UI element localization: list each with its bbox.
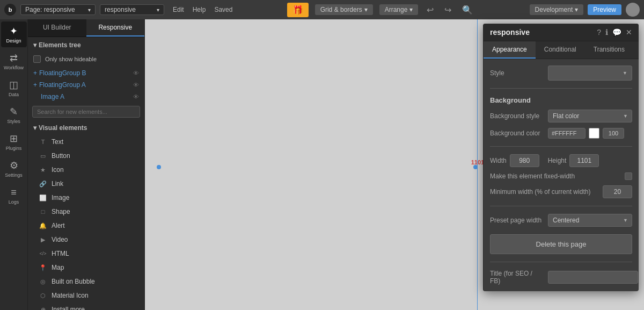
undo-button[interactable]: ↩ (425, 4, 436, 16)
tab-appearance[interactable]: Appearance (484, 41, 536, 59)
sidebar-item-plugins[interactable]: ⊞ Plugins (1, 129, 27, 155)
divider-3 (490, 206, 632, 206)
min-width-input[interactable] (603, 185, 632, 198)
panel-info-icon[interactable]: ℹ (605, 28, 608, 37)
elements-panel: UI Builder Responsive ▾ Elements tree On… (28, 19, 145, 310)
avatar[interactable] (626, 3, 640, 17)
bg-style-label: Background style (490, 112, 544, 120)
element-material-icon[interactable]: ⬡ Material Icon (28, 289, 144, 302)
grid-borders-button[interactable]: Grid & borders ▾ (315, 4, 373, 15)
logs-icon: ≡ (11, 187, 17, 198)
width-group: Width (490, 154, 539, 167)
styles-icon: ✎ (10, 106, 18, 118)
plugins-icon: ⊞ (10, 133, 18, 145)
page-selector[interactable]: Page: responsive ▾ (20, 4, 96, 15)
sidebar-item-design[interactable]: ✦ Design (1, 21, 27, 47)
search-button[interactable]: 🔍 (460, 4, 475, 16)
bg-style-select[interactable]: Flat color (548, 110, 632, 122)
tab-transitions[interactable]: Transitions (585, 41, 633, 59)
sidebar-item-logs[interactable]: ≡ Logs (1, 183, 27, 208)
bubble-icon: ◎ (39, 277, 47, 286)
panel-help-icon[interactable]: ? (597, 28, 601, 37)
panel-close-icon[interactable]: ✕ (626, 28, 632, 37)
min-width-label: Minimum width (% of current width) (490, 188, 598, 196)
tree-item-floating-a[interactable]: + FloatingGroup A 👁 (28, 79, 144, 91)
text-icon: T (39, 138, 47, 146)
sidebar-item-data[interactable]: ◫ Data (1, 75, 27, 101)
preview-button[interactable]: Preview (588, 4, 621, 15)
bg-color-hex-input[interactable] (548, 128, 586, 139)
panel-header-icons: ? ℹ 💬 ✕ (597, 28, 632, 37)
bg-style-select-wrap[interactable]: Flat color (548, 110, 632, 122)
page-name-label: responsive (105, 6, 136, 13)
panel-title: responsive (490, 28, 597, 37)
element-map[interactable]: 📍 Map (28, 261, 144, 275)
map-icon: 📍 (39, 263, 47, 272)
saved-status: Saved (214, 6, 232, 13)
fixed-width-label: Make this element fixed-width (490, 172, 620, 180)
width-input[interactable] (510, 154, 539, 167)
element-button[interactable]: ▭ Button (28, 149, 144, 163)
element-built-on-bubble[interactable]: ◎ Built on Bubble (28, 275, 144, 289)
expand-icon: ▾ (33, 41, 36, 49)
bg-opacity-input[interactable] (603, 128, 624, 139)
hideable-checkbox[interactable] (33, 55, 41, 63)
bg-color-label: Background color (490, 129, 544, 137)
redo-button[interactable]: ↪ (442, 4, 453, 16)
style-select-wrap[interactable] (548, 66, 632, 81)
background-color-row: Background color (490, 128, 632, 139)
width-label: Width (490, 157, 507, 164)
sidebar-item-styles[interactable]: ✎ Styles (1, 102, 27, 128)
element-link[interactable]: 🔗 Link (28, 177, 144, 191)
bg-color-controls (548, 128, 624, 139)
element-image[interactable]: ⬜ Image (28, 191, 144, 205)
element-shape[interactable]: □ Shape (28, 205, 144, 219)
page-name-selector[interactable]: responsive ▾ (100, 4, 164, 15)
element-video[interactable]: ▶ Video (28, 233, 144, 247)
eye-icon-b: 👁 (133, 70, 139, 76)
search-input[interactable] (32, 106, 140, 118)
page-dropdown-icon: ▾ (88, 7, 91, 13)
canvas-handle-left[interactable] (157, 165, 161, 169)
fixed-width-row: Make this element fixed-width (490, 172, 632, 180)
element-text[interactable]: T Text (28, 135, 144, 149)
seo-title-input[interactable] (548, 271, 638, 284)
tab-responsive[interactable]: Responsive (86, 19, 145, 37)
element-install-more[interactable]: ⊕ Install more... (28, 302, 144, 310)
eye-icon-a: 👁 (133, 82, 139, 88)
tree-item-floating-b[interactable]: + FloatingGroup B 👁 (28, 67, 144, 79)
style-row: Style (490, 66, 632, 81)
hideable-row: Only show hideable (28, 53, 144, 67)
tree-item-image-a[interactable]: Image A 👁 (28, 91, 144, 103)
visual-elements-header[interactable]: ▾ Visual elements (28, 121, 144, 135)
style-label: Style (490, 69, 544, 77)
topbar-actions: Edit Help Saved (173, 6, 232, 13)
arrange-button[interactable]: Arrange ▾ (379, 4, 419, 15)
element-html[interactable]: </> HTML (28, 247, 144, 261)
sidebar-item-settings[interactable]: ⚙ Settings (1, 156, 27, 182)
right-panel: responsive ? ℹ 💬 ✕ Appearance Conditiona… (483, 24, 639, 291)
help-menu[interactable]: Help (193, 6, 206, 13)
panel-chat-icon[interactable]: 💬 (612, 28, 621, 37)
image-icon: ⬜ (39, 193, 47, 202)
tab-conditional[interactable]: Conditional (536, 41, 585, 59)
height-input[interactable] (569, 154, 599, 167)
elements-tree-header: ▾ Elements tree (28, 37, 144, 53)
eye-icon-img: 👁 (133, 93, 139, 100)
sidebar-item-workflow[interactable]: ⇄ Workflow (1, 48, 27, 74)
preset-page-width-select[interactable]: Centered (548, 214, 632, 227)
link-icon: 🔗 (39, 179, 47, 188)
development-button[interactable]: Development ▾ (530, 4, 584, 15)
bg-color-swatch[interactable] (589, 128, 599, 139)
element-icon[interactable]: ★ Icon (28, 163, 144, 177)
tab-ui-builder[interactable]: UI Builder (28, 19, 86, 37)
gift-button[interactable]: 🎁 (287, 3, 309, 17)
fixed-width-checkbox[interactable] (625, 172, 632, 180)
panel-content: Style Background Background style Flat c… (484, 59, 639, 291)
delete-page-button[interactable]: Delete this page (490, 234, 632, 254)
workflow-icon: ⇄ (10, 52, 18, 64)
element-alert[interactable]: 🔔 Alert (28, 219, 144, 233)
topbar-center: 🎁 Grid & borders ▾ Arrange ▾ ↩ ↪ 🔍 (237, 3, 525, 17)
edit-menu[interactable]: Edit (173, 6, 184, 13)
preset-page-width-select-wrap[interactable]: Centered (548, 214, 632, 227)
